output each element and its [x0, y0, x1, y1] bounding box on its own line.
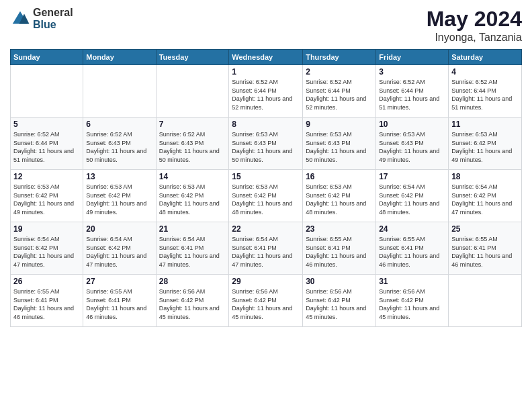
calendar-week-1: 1Sunrise: 6:52 AM Sunset: 6:44 PM Daylig…	[11, 65, 522, 118]
calendar-cell: 5Sunrise: 6:52 AM Sunset: 6:44 PM Daylig…	[11, 118, 83, 170]
day-number: 1	[232, 67, 300, 77]
day-info: Sunrise: 6:53 AM Sunset: 6:43 PM Dayligh…	[379, 130, 445, 164]
calendar-cell: 27Sunrise: 6:55 AM Sunset: 6:41 PM Dayli…	[83, 275, 156, 327]
logo: General Blue	[10, 7, 73, 30]
calendar-cell: 29Sunrise: 6:56 AM Sunset: 6:42 PM Dayli…	[229, 275, 303, 327]
calendar-cell: 26Sunrise: 6:55 AM Sunset: 6:41 PM Dayli…	[11, 275, 83, 327]
calendar-cell: 17Sunrise: 6:54 AM Sunset: 6:42 PM Dayli…	[376, 170, 449, 222]
day-number: 6	[86, 120, 152, 129]
logo-blue: Blue	[33, 19, 73, 31]
col-sunday: Sunday	[11, 50, 83, 65]
day-info: Sunrise: 6:53 AM Sunset: 6:42 PM Dayligh…	[232, 183, 300, 216]
calendar-cell: 15Sunrise: 6:53 AM Sunset: 6:42 PM Dayli…	[229, 170, 303, 222]
header: General Blue May 2024 Inyonga, Tanzania	[10, 7, 522, 44]
day-info: Sunrise: 6:55 AM Sunset: 6:41 PM Dayligh…	[451, 235, 519, 269]
day-info: Sunrise: 6:52 AM Sunset: 6:44 PM Dayligh…	[306, 78, 373, 111]
day-number: 11	[451, 120, 519, 129]
day-info: Sunrise: 6:55 AM Sunset: 6:41 PM Dayligh…	[306, 235, 373, 269]
calendar-cell: 8Sunrise: 6:53 AM Sunset: 6:43 PM Daylig…	[229, 118, 303, 170]
day-number: 24	[379, 224, 445, 234]
day-info: Sunrise: 6:56 AM Sunset: 6:42 PM Dayligh…	[232, 287, 300, 321]
col-saturday: Saturday	[449, 50, 522, 65]
day-number: 31	[379, 277, 445, 286]
logo-icon	[10, 9, 30, 29]
day-number: 23	[306, 224, 373, 234]
calendar-cell: 2Sunrise: 6:52 AM Sunset: 6:44 PM Daylig…	[303, 65, 376, 118]
calendar-week-3: 12Sunrise: 6:53 AM Sunset: 6:42 PM Dayli…	[11, 170, 522, 222]
day-info: Sunrise: 6:53 AM Sunset: 6:42 PM Dayligh…	[451, 130, 519, 164]
day-info: Sunrise: 6:56 AM Sunset: 6:42 PM Dayligh…	[379, 287, 445, 321]
calendar-cell	[449, 275, 522, 327]
day-info: Sunrise: 6:52 AM Sunset: 6:44 PM Dayligh…	[451, 78, 519, 111]
day-info: Sunrise: 6:53 AM Sunset: 6:42 PM Dayligh…	[86, 183, 152, 216]
day-number: 21	[159, 224, 226, 234]
day-number: 8	[232, 120, 300, 129]
logo-text: General Blue	[33, 7, 73, 30]
col-thursday: Thursday	[303, 50, 376, 65]
calendar-cell: 10Sunrise: 6:53 AM Sunset: 6:43 PM Dayli…	[376, 118, 449, 170]
day-info: Sunrise: 6:53 AM Sunset: 6:42 PM Dayligh…	[159, 183, 226, 216]
calendar-cell: 25Sunrise: 6:55 AM Sunset: 6:41 PM Dayli…	[449, 222, 522, 275]
day-info: Sunrise: 6:53 AM Sunset: 6:43 PM Dayligh…	[306, 130, 373, 164]
day-number: 27	[86, 277, 152, 286]
day-number: 3	[379, 67, 445, 77]
day-number: 26	[13, 277, 80, 286]
calendar-cell: 6Sunrise: 6:52 AM Sunset: 6:43 PM Daylig…	[83, 118, 156, 170]
calendar-cell	[83, 65, 156, 118]
day-info: Sunrise: 6:55 AM Sunset: 6:41 PM Dayligh…	[379, 235, 445, 269]
day-number: 25	[451, 224, 519, 234]
day-info: Sunrise: 6:53 AM Sunset: 6:42 PM Dayligh…	[306, 183, 373, 216]
calendar-cell: 24Sunrise: 6:55 AM Sunset: 6:41 PM Dayli…	[376, 222, 449, 275]
subtitle: Inyonga, Tanzania	[427, 32, 522, 44]
calendar-cell: 14Sunrise: 6:53 AM Sunset: 6:42 PM Dayli…	[156, 170, 229, 222]
calendar-cell: 1Sunrise: 6:52 AM Sunset: 6:44 PM Daylig…	[229, 65, 303, 118]
day-info: Sunrise: 6:52 AM Sunset: 6:44 PM Dayligh…	[13, 130, 80, 164]
day-number: 18	[451, 172, 519, 181]
day-info: Sunrise: 6:52 AM Sunset: 6:44 PM Dayligh…	[232, 78, 300, 111]
calendar-week-5: 26Sunrise: 6:55 AM Sunset: 6:41 PM Dayli…	[11, 275, 522, 327]
day-info: Sunrise: 6:56 AM Sunset: 6:42 PM Dayligh…	[159, 287, 226, 321]
day-number: 30	[306, 277, 373, 286]
calendar-cell	[156, 65, 229, 118]
calendar-cell: 16Sunrise: 6:53 AM Sunset: 6:42 PM Dayli…	[303, 170, 376, 222]
calendar-cell: 9Sunrise: 6:53 AM Sunset: 6:43 PM Daylig…	[303, 118, 376, 170]
day-number: 5	[13, 120, 80, 129]
day-info: Sunrise: 6:54 AM Sunset: 6:41 PM Dayligh…	[159, 235, 226, 269]
col-monday: Monday	[83, 50, 156, 65]
day-info: Sunrise: 6:54 AM Sunset: 6:42 PM Dayligh…	[451, 183, 519, 216]
day-info: Sunrise: 6:53 AM Sunset: 6:42 PM Dayligh…	[13, 183, 80, 216]
day-info: Sunrise: 6:54 AM Sunset: 6:42 PM Dayligh…	[13, 235, 80, 269]
col-tuesday: Tuesday	[156, 50, 229, 65]
day-number: 10	[379, 120, 445, 129]
title-block: May 2024 Inyonga, Tanzania	[427, 7, 522, 44]
calendar-cell: 21Sunrise: 6:54 AM Sunset: 6:41 PM Dayli…	[156, 222, 229, 275]
day-number: 4	[451, 67, 519, 77]
day-number: 15	[232, 172, 300, 181]
logo-general: General	[33, 7, 73, 19]
day-info: Sunrise: 6:54 AM Sunset: 6:42 PM Dayligh…	[379, 183, 445, 216]
calendar-cell: 11Sunrise: 6:53 AM Sunset: 6:42 PM Dayli…	[449, 118, 522, 170]
day-info: Sunrise: 6:52 AM Sunset: 6:43 PM Dayligh…	[86, 130, 152, 164]
day-number: 13	[86, 172, 152, 181]
day-number: 19	[13, 224, 80, 234]
day-number: 9	[306, 120, 373, 129]
calendar-cell: 30Sunrise: 6:56 AM Sunset: 6:42 PM Dayli…	[303, 275, 376, 327]
calendar-cell: 20Sunrise: 6:54 AM Sunset: 6:42 PM Dayli…	[83, 222, 156, 275]
day-number: 16	[306, 172, 373, 181]
day-number: 28	[159, 277, 226, 286]
day-number: 14	[159, 172, 226, 181]
day-number: 12	[13, 172, 80, 181]
calendar-header-row: Sunday Monday Tuesday Wednesday Thursday…	[11, 50, 522, 65]
calendar-cell: 22Sunrise: 6:54 AM Sunset: 6:41 PM Dayli…	[229, 222, 303, 275]
day-number: 17	[379, 172, 445, 181]
day-info: Sunrise: 6:54 AM Sunset: 6:42 PM Dayligh…	[86, 235, 152, 269]
calendar-cell: 3Sunrise: 6:52 AM Sunset: 6:44 PM Daylig…	[376, 65, 449, 118]
day-info: Sunrise: 6:55 AM Sunset: 6:41 PM Dayligh…	[86, 287, 152, 321]
calendar-cell: 23Sunrise: 6:55 AM Sunset: 6:41 PM Dayli…	[303, 222, 376, 275]
day-number: 7	[159, 120, 226, 129]
calendar-cell: 31Sunrise: 6:56 AM Sunset: 6:42 PM Dayli…	[376, 275, 449, 327]
col-wednesday: Wednesday	[229, 50, 303, 65]
day-info: Sunrise: 6:56 AM Sunset: 6:42 PM Dayligh…	[306, 287, 373, 321]
day-info: Sunrise: 6:52 AM Sunset: 6:44 PM Dayligh…	[379, 78, 445, 111]
day-info: Sunrise: 6:53 AM Sunset: 6:43 PM Dayligh…	[232, 130, 300, 164]
